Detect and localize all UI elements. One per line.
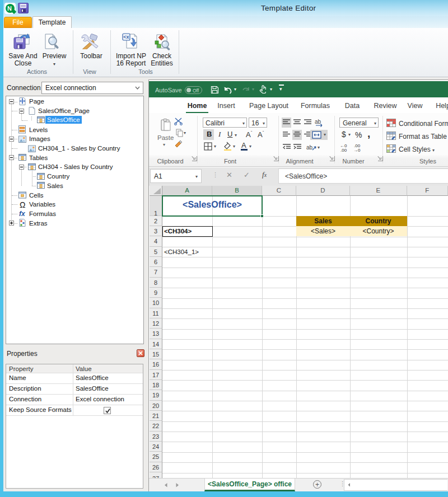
svg-text:ab: ab [315,119,321,125]
svg-text:ab: ab [306,144,313,151]
svg-text:→0: →0 [353,148,361,152]
svg-text:<x: <x [123,34,129,40]
svg-text:.00: .00 [340,148,347,152]
